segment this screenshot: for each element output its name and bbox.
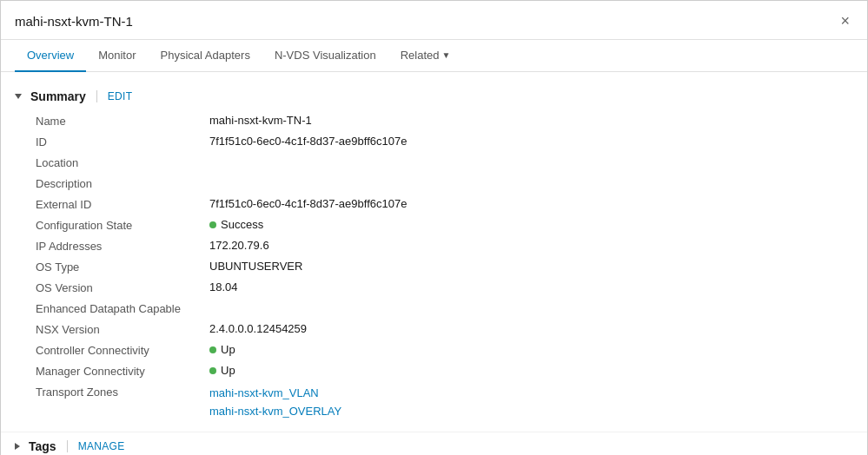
prop-label-os-version: OS Version xyxy=(36,280,209,294)
tab-n-vds-visualization[interactable]: N-VDS Visualization xyxy=(262,40,388,72)
prop-value-os-version: 18.04 xyxy=(209,280,853,293)
prop-name: Name mahi-nsxt-kvm-TN-1 xyxy=(36,110,853,131)
prop-external-id: External ID 7f1f51c0-6ec0-4c1f-8d37-ae9b… xyxy=(36,194,853,214)
prop-label-external-id: External ID xyxy=(36,197,209,211)
prop-value-external-id: 7f1f51c0-6ec0-4c1f-8d37-ae9bff6c107e xyxy=(209,197,853,210)
prop-transport-zones: Transport Zones mahi-nsxt-kvm_VLAN mahi-… xyxy=(36,381,853,425)
tab-overview[interactable]: Overview xyxy=(15,40,86,72)
prop-value-id: 7f1f51c0-6ec0-4c1f-8d37-ae9bff6c107e xyxy=(209,135,853,148)
prop-value-config-state: Success xyxy=(209,218,853,231)
tags-divider xyxy=(67,440,68,452)
tab-physical-adapters[interactable]: Physical Adapters xyxy=(149,40,262,72)
summary-toggle[interactable] xyxy=(15,94,23,99)
section-divider xyxy=(96,90,97,102)
config-state-text: Success xyxy=(221,218,263,231)
prop-label-ip-addresses: IP Addresses xyxy=(36,239,209,253)
prop-label-id: ID xyxy=(36,135,209,148)
prop-value-transport-zones: mahi-nsxt-kvm_VLAN mahi-nsxt-kvm_OVERLAY xyxy=(209,385,853,421)
prop-manager-connectivity: Manager Connectivity Up xyxy=(36,360,853,381)
summary-title: Summary xyxy=(30,89,86,103)
status-dot-manager xyxy=(209,367,216,374)
prop-enhanced-datapath: Enhanced Datapath Capable xyxy=(36,298,853,319)
transport-zone-overlay-link[interactable]: mahi-nsxt-kvm_OVERLAY xyxy=(209,403,853,421)
prop-id: ID 7f1f51c0-6ec0-4c1f-8d37-ae9bff6c107e xyxy=(36,131,853,152)
tags-chevron-icon xyxy=(15,443,20,450)
prop-value-controller-connectivity: Up xyxy=(209,343,853,356)
prop-controller-connectivity: Controller Connectivity Up xyxy=(36,340,853,360)
prop-config-state: Configuration State Success xyxy=(36,214,853,235)
prop-nsx-version: NSX Version 2.4.0.0.0.12454259 xyxy=(36,319,853,340)
prop-label-description: Description xyxy=(36,176,209,190)
prop-label-name: Name xyxy=(36,114,209,128)
prop-label-enhanced-datapath: Enhanced Datapath Capable xyxy=(36,301,209,315)
manager-connectivity-text: Up xyxy=(221,364,235,377)
prop-value-manager-connectivity: Up xyxy=(209,364,853,377)
tags-title: Tags xyxy=(29,439,56,453)
tab-monitor[interactable]: Monitor xyxy=(86,40,148,72)
prop-description: Description xyxy=(36,173,853,194)
status-dot-controller xyxy=(209,346,216,353)
tab-related[interactable]: Related ▼ xyxy=(388,40,463,72)
tab-related-label: Related xyxy=(401,49,440,62)
prop-label-location: Location xyxy=(36,155,209,169)
status-dot-config xyxy=(209,221,216,228)
chevron-down-icon: ▼ xyxy=(442,50,451,60)
controller-connectivity-text: Up xyxy=(221,343,235,356)
tags-section-header: Tags MANAGE xyxy=(1,432,867,455)
prop-label-manager-connectivity: Manager Connectivity xyxy=(36,364,209,378)
transport-zone-vlan-link[interactable]: mahi-nsxt-kvm_VLAN xyxy=(209,385,853,403)
prop-label-transport-zones: Transport Zones xyxy=(36,385,209,399)
prop-location: Location xyxy=(36,152,853,173)
summary-section-header: Summary EDIT xyxy=(1,86,867,110)
prop-label-nsx-version: NSX Version xyxy=(36,322,209,336)
prop-value-nsx-version: 2.4.0.0.0.12454259 xyxy=(209,322,853,335)
properties-table: Name mahi-nsxt-kvm-TN-1 ID 7f1f51c0-6ec0… xyxy=(1,110,867,425)
tags-toggle[interactable] xyxy=(15,443,22,450)
modal-header: mahi-nsxt-kvm-TN-1 × xyxy=(1,1,867,40)
tabs-bar: Overview Monitor Physical Adapters N-VDS… xyxy=(1,40,867,72)
content-area: Summary EDIT Name mahi-nsxt-kvm-TN-1 ID … xyxy=(1,72,867,455)
prop-value-os-type: UBUNTUSERVER xyxy=(209,260,853,273)
prop-ip-addresses: IP Addresses 172.20.79.6 xyxy=(36,235,853,256)
prop-os-type: OS Type UBUNTUSERVER xyxy=(36,256,853,277)
prop-label-controller-connectivity: Controller Connectivity xyxy=(36,343,209,357)
summary-chevron-icon xyxy=(15,94,22,99)
edit-button[interactable]: EDIT xyxy=(108,90,133,102)
prop-os-version: OS Version 18.04 xyxy=(36,277,853,298)
prop-value-ip-addresses: 172.20.79.6 xyxy=(209,239,853,252)
manage-tags-button[interactable]: MANAGE xyxy=(78,440,125,452)
modal: mahi-nsxt-kvm-TN-1 × Overview Monitor Ph… xyxy=(0,0,868,455)
close-button[interactable]: × xyxy=(837,11,853,30)
tags-section: Tags MANAGE xyxy=(1,432,867,455)
prop-label-config-state: Configuration State xyxy=(36,218,209,232)
prop-label-os-type: OS Type xyxy=(36,260,209,274)
prop-value-name: mahi-nsxt-kvm-TN-1 xyxy=(209,114,853,127)
modal-title: mahi-nsxt-kvm-TN-1 xyxy=(15,14,133,29)
